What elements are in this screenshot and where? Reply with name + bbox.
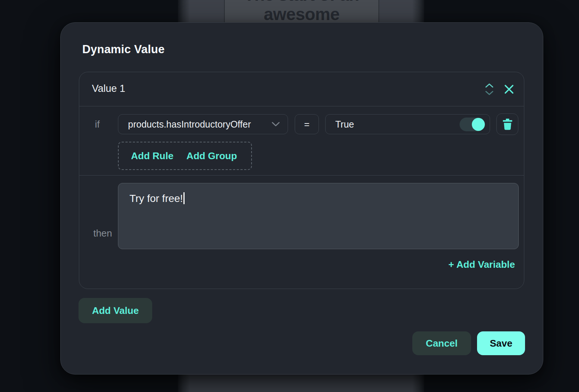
value-textarea[interactable]: Try for free! [118,183,519,249]
add-rule-group-box: Add Rule Add Group [118,142,252,170]
value-card: Value 1 if products.hasIntrod [79,72,524,289]
condition-value-label: True [335,119,354,130]
condition-field-dropdown[interactable]: products.hasIntroductoryOffer [118,114,288,134]
condition-field-value: products.hasIntroductoryOffer [128,119,251,130]
value-textarea-text: Try for free! [129,193,183,204]
then-section: then Try for free! + Add Variable [79,176,524,289]
add-variable-button[interactable]: + Add Variable [448,259,515,270]
reorder-icon[interactable] [484,82,494,96]
then-label: then [87,228,118,239]
value-name-label: Value 1 [92,83,125,94]
operator-value: = [304,119,310,130]
paywall-preview-card: The start of an awesome [224,0,379,23]
value-card-header: Value 1 [79,72,524,106]
page: The start of an awesome Dynamic Value Va… [0,0,579,392]
paywall-preview-title-line2: awesome [225,4,378,23]
save-button[interactable]: Save [477,331,525,355]
condition-section: if products.hasIntroductoryOffer = True [79,106,524,176]
delete-rule-button[interactable] [496,113,518,135]
operator-box[interactable]: = [295,114,319,134]
modal-title: Dynamic Value [82,43,164,56]
text-cursor [183,192,185,204]
trash-icon [502,119,513,130]
chevron-down-icon [271,122,280,127]
boolean-toggle[interactable] [460,118,484,131]
add-group-button[interactable]: Add Group [186,150,237,162]
cancel-button[interactable]: Cancel [412,331,471,355]
close-icon[interactable] [503,83,515,95]
if-label: if [95,119,100,130]
condition-value-field: True [325,114,490,134]
paywall-preview-title-line1: The start of an [225,0,378,4]
paywall-preview-title: The start of an awesome [225,0,378,23]
add-rule-button[interactable]: Add Rule [131,150,173,162]
dynamic-value-modal: Dynamic Value Value 1 [60,22,543,375]
add-value-button[interactable]: Add Value [79,298,152,323]
toggle-knob [472,118,485,131]
